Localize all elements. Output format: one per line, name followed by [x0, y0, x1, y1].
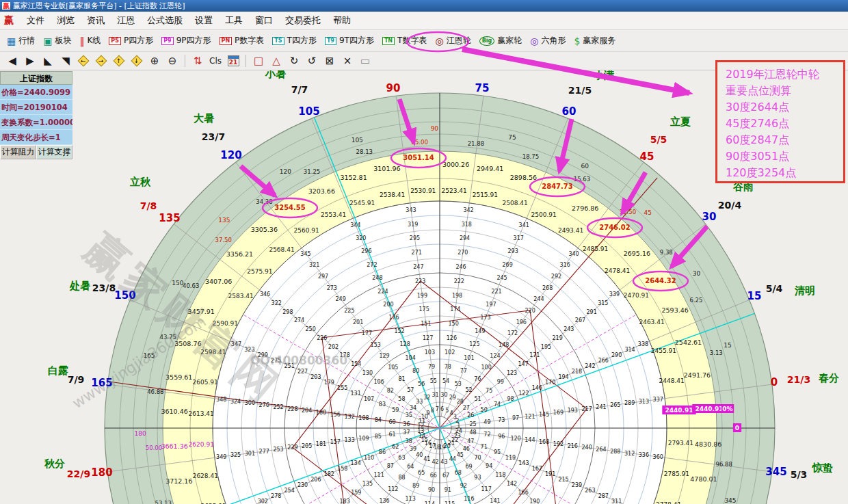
svg-text:298: 298	[282, 309, 293, 315]
toolbar-button-sectors[interactable]: ▣板块	[39, 33, 75, 49]
svg-text:56: 56	[418, 381, 425, 387]
toolbar-button-t-number-table[interactable]: TNT数字表	[378, 33, 432, 49]
svg-text:222: 222	[454, 278, 464, 284]
menu-item-8[interactable]: 交易委托	[279, 12, 327, 29]
menu-item-3[interactable]: 江恩	[111, 12, 141, 29]
svg-text:217: 217	[582, 406, 592, 412]
square-tool-button[interactable]: □	[250, 53, 267, 68]
rotate-ccw-button[interactable]: ↺	[304, 53, 320, 68]
triangle-tool-button[interactable]: △	[268, 53, 284, 68]
back-button[interactable]: ◀	[4, 53, 21, 68]
svg-text:205: 205	[302, 443, 312, 449]
svg-text:48: 48	[469, 429, 476, 436]
toolbar-button-winner-service[interactable]: $赢家服务	[570, 33, 620, 49]
svg-text:0: 0	[771, 376, 778, 388]
svg-text:112: 112	[388, 486, 398, 492]
svg-text:秋分: 秋分	[44, 457, 65, 470]
svg-text:337: 337	[653, 397, 663, 403]
svg-text:大暑: 大暑	[194, 112, 214, 124]
zoom-in-button[interactable]: ⊕	[146, 53, 163, 68]
svg-text:36: 36	[403, 421, 410, 427]
toolbar-label-quotes: 行情	[18, 35, 35, 47]
svg-text:172: 172	[507, 330, 518, 336]
svg-text:2949.41: 2949.41	[477, 165, 503, 172]
flip-down-button[interactable]: ◥	[57, 53, 74, 68]
svg-text:176: 176	[388, 315, 399, 321]
toolbar-button-quotes[interactable]: ▦行情	[3, 33, 39, 49]
svg-text:115: 115	[445, 501, 455, 504]
toolbar-button-kline[interactable]: ‖K线	[75, 33, 105, 49]
calendar-button[interactable]: 21	[225, 53, 241, 68]
toolbar-label-hexagon: 六角形	[541, 35, 566, 47]
toolbar-button-9p-square[interactable]: P99P四方形	[157, 33, 215, 49]
svg-text:2620.91: 2620.91	[189, 441, 214, 448]
menu-item-0[interactable]: 文件	[21, 12, 51, 29]
rotate-cw-icon: ↻	[290, 55, 299, 67]
zoom-out-button[interactable]: ⊖	[164, 53, 181, 68]
cross-arrows-button[interactable]: ×	[339, 53, 356, 68]
svg-text:149: 149	[475, 328, 485, 334]
move-down-button[interactable]: ↓	[129, 53, 145, 68]
svg-text:190: 190	[529, 499, 540, 504]
svg-text:151: 151	[421, 321, 431, 327]
svg-text:63: 63	[398, 455, 405, 461]
menu-item-4[interactable]: 公式选股	[141, 12, 189, 29]
toolbar-button-p-square[interactable]: PSP四方形	[105, 33, 157, 49]
menu-item-7[interactable]: 窗口	[249, 12, 279, 29]
move-left-button[interactable]: ←	[75, 53, 92, 68]
flip-up-button[interactable]: ◣	[40, 53, 56, 68]
svg-text:247: 247	[413, 264, 423, 270]
svg-text:180: 180	[91, 466, 112, 479]
svg-text:3712.16: 3712.16	[165, 477, 192, 485]
svg-text:196: 196	[516, 319, 527, 326]
svg-text:144: 144	[525, 437, 535, 443]
svg-text:25: 25	[469, 421, 476, 427]
svg-text:46.88: 46.88	[147, 388, 163, 395]
t-updown-button[interactable]: ⇅	[189, 53, 206, 68]
menu-item-1[interactable]: 浏览	[51, 12, 81, 29]
9p-square-icon: P9	[161, 37, 173, 45]
svg-text:惊蛰: 惊蛰	[812, 462, 833, 474]
toolbar-label-winner-service: 赢家服务	[583, 35, 615, 47]
svg-text:106: 106	[374, 379, 384, 385]
screen-button[interactable]: ▭	[357, 53, 373, 68]
svg-text:44: 44	[449, 456, 456, 462]
toolbar-button-winner-wheel[interactable]: Big赢家轮	[475, 33, 527, 49]
forward-button[interactable]: ▶	[22, 53, 38, 68]
move-up-button[interactable]: ↑	[111, 53, 127, 68]
menu-item-5[interactable]: 设置	[189, 12, 219, 29]
svg-text:54: 54	[442, 378, 449, 384]
box-x-button[interactable]: ⊠	[321, 53, 338, 68]
svg-text:195: 195	[541, 344, 551, 350]
svg-text:265: 265	[610, 402, 620, 408]
calc-support-button[interactable]: 计算支撑	[36, 145, 72, 159]
svg-text:271: 271	[412, 250, 422, 256]
toolbar-button-gann-wheel[interactable]: ◎江恩轮	[431, 33, 475, 49]
cls-button[interactable]: Cls	[207, 53, 224, 68]
svg-text:2493.41: 2493.41	[558, 227, 583, 234]
svg-text:339: 339	[609, 291, 620, 297]
toolbar-button-p-number-table[interactable]: PNP数字表	[215, 33, 269, 49]
menu-item-2[interactable]: 资讯	[81, 12, 111, 29]
svg-text:143: 143	[518, 460, 529, 466]
title-bar[interactable]: 赢 赢家江恩专业版[赢家服务平台] - [上证指数 江恩轮]	[0, 0, 848, 12]
svg-text:224: 224	[377, 289, 388, 295]
svg-text:3610.46: 3610.46	[161, 408, 187, 415]
menu-item-9[interactable]: 帮助	[327, 12, 357, 29]
svg-text:113: 113	[405, 496, 415, 502]
svg-text:230: 230	[297, 482, 308, 488]
svg-text:269: 269	[502, 262, 512, 268]
toolbar-button-hexagon[interactable]: ◎六角形	[526, 33, 570, 49]
toolbar-button-9t-square[interactable]: T99T四方形	[321, 33, 378, 49]
annotation-line-1: 重要点位测算	[726, 83, 843, 99]
svg-text:90: 90	[386, 82, 401, 94]
rotate-cw-button[interactable]: ↻	[286, 53, 302, 68]
svg-text:30: 30	[702, 211, 717, 223]
toolbar-button-t-square[interactable]: TST四方形	[268, 33, 321, 49]
move-right-button[interactable]: →	[93, 53, 109, 68]
svg-text:41: 41	[423, 456, 430, 462]
svg-text:31: 31	[432, 392, 439, 398]
calc-resistance-button[interactable]: 计算阻力	[0, 145, 36, 159]
svg-text:38: 38	[406, 438, 412, 445]
menu-item-6[interactable]: 工具	[219, 12, 249, 29]
